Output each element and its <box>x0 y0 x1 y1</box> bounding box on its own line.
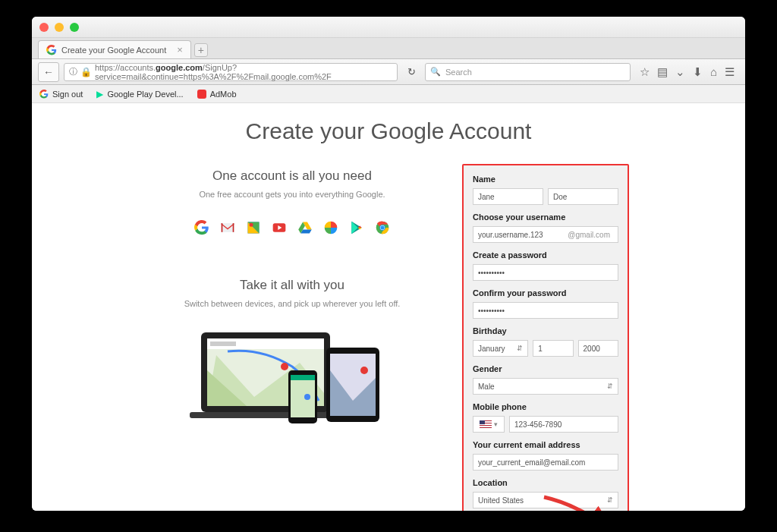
country-code-select[interactable]: ▾ <box>473 416 505 433</box>
svg-point-34 <box>304 394 310 400</box>
svg-point-8 <box>250 223 253 227</box>
gender-label: Gender <box>473 364 618 373</box>
reload-button[interactable]: ↻ <box>402 66 420 77</box>
page-content: Create your Google Account One account i… <box>32 103 745 511</box>
svg-rect-1 <box>222 223 234 232</box>
email-label: Your current email address <box>473 440 618 449</box>
chevron-down-icon: ▾ <box>494 420 498 428</box>
bookmark-admob[interactable]: AdMob <box>197 90 237 99</box>
lock-icon: 🔒 <box>80 67 92 77</box>
svg-rect-25 <box>210 342 236 346</box>
confirm-password-label: Confirm your password <box>473 288 618 297</box>
maximize-window-icon[interactable] <box>70 23 79 32</box>
svg-rect-27 <box>190 412 341 418</box>
devices-image <box>148 325 436 431</box>
first-name-input[interactable] <box>473 188 543 205</box>
minimize-window-icon[interactable] <box>55 23 64 32</box>
new-tab-button[interactable]: + <box>194 43 208 57</box>
password-input[interactable] <box>473 264 618 281</box>
home-icon[interactable]: ⌂ <box>710 65 717 79</box>
pocket-icon[interactable]: ⌄ <box>675 65 685 79</box>
download-icon[interactable]: ⬇ <box>693 65 703 79</box>
bookmarks-bar: Sign out ▶ Google Play Devel... AdMob <box>32 85 745 103</box>
close-window-icon[interactable] <box>39 23 49 32</box>
location-select[interactable]: United States⇵ <box>473 492 618 508</box>
search-placeholder: Search <box>445 68 472 77</box>
left-column: One account is all you need One free acc… <box>148 164 436 511</box>
svg-rect-32 <box>291 375 315 417</box>
confirm-password-input[interactable] <box>473 302 618 319</box>
location-label: Location <box>473 478 618 487</box>
browser-toolbar: ← ⓘ 🔒 https://accounts.google.com/SignUp… <box>32 59 745 85</box>
browser-tab[interactable]: Create your Google Account × <box>38 40 191 58</box>
star-icon[interactable]: ☆ <box>640 65 650 79</box>
close-tab-icon[interactable]: × <box>177 44 183 55</box>
chevron-updown-icon: ⇵ <box>517 345 523 352</box>
google-favicon-icon <box>46 45 57 55</box>
chevron-updown-icon: ⇵ <box>607 382 613 390</box>
address-bar[interactable]: ⓘ 🔒 https://accounts.google.com/SignUp?s… <box>64 63 398 81</box>
search-box[interactable]: 🔍 Search <box>425 63 631 81</box>
drive-icon <box>297 220 313 235</box>
chrome-icon <box>375 220 390 235</box>
phone-label: Mobile phone <box>473 402 618 411</box>
window-titlebar <box>32 17 745 38</box>
bookmark-playdev[interactable]: ▶ Google Play Devel... <box>96 89 183 99</box>
product-icons <box>148 220 436 235</box>
svg-marker-15 <box>351 222 357 235</box>
play-icon: ▶ <box>96 89 103 99</box>
birthday-year-input[interactable]: 2000 <box>578 340 618 357</box>
gmail-icon <box>220 220 235 235</box>
svg-rect-3 <box>222 223 223 232</box>
youtube-icon <box>272 220 287 235</box>
chevron-updown-icon: ⇵ <box>607 496 613 504</box>
info-icon: ⓘ <box>69 66 77 77</box>
us-flag-icon <box>480 420 492 428</box>
svg-rect-4 <box>233 223 234 232</box>
username-label: Choose your username <box>473 212 618 222</box>
svg-point-26 <box>281 363 288 370</box>
birthday-month-select[interactable]: January⇵ <box>473 340 528 357</box>
sub-oneaccount: One free account gets you into everythin… <box>148 190 436 199</box>
tab-bar: Create your Google Account × + <box>32 38 745 59</box>
svg-point-30 <box>360 367 368 374</box>
google-icon <box>194 220 209 235</box>
maps-icon <box>246 220 261 235</box>
name-label: Name <box>473 175 618 184</box>
tab-title: Create your Google Account <box>61 46 166 55</box>
svg-rect-33 <box>291 375 315 380</box>
heading-takeit: Take it all with you <box>148 278 436 293</box>
back-button[interactable]: ← <box>38 62 59 82</box>
gender-select[interactable]: Male⇵ <box>473 378 618 395</box>
clipboard-icon[interactable]: ▤ <box>657 65 668 79</box>
birthday-day-input[interactable]: 1 <box>533 340 573 357</box>
svg-point-21 <box>381 226 385 230</box>
search-icon: 🔍 <box>430 67 441 77</box>
phone-input[interactable] <box>509 416 618 433</box>
bookmark-signout[interactable]: Sign out <box>39 90 83 99</box>
photos-icon <box>323 220 338 235</box>
heading-oneaccount: One account is all you need <box>148 168 436 184</box>
url-text: https://accounts.google.com/SignUp?servi… <box>95 63 392 81</box>
google-favicon-icon <box>39 90 49 99</box>
menu-icon[interactable]: ☰ <box>725 65 735 79</box>
play-icon <box>349 220 364 235</box>
username-input[interactable]: your.username.123 @gmail.com <box>473 226 618 243</box>
username-suffix: @gmail.com <box>568 231 613 239</box>
page-title: Create your Google Account <box>32 118 745 144</box>
admob-icon <box>197 90 206 99</box>
sub-takeit: Switch between devices, and pick up wher… <box>148 299 436 308</box>
signup-form: Name Choose your username your.username.… <box>462 164 629 511</box>
current-email-input[interactable] <box>473 454 618 471</box>
last-name-input[interactable] <box>548 188 618 205</box>
password-label: Create a password <box>473 250 618 260</box>
birthday-label: Birthday <box>473 326 618 335</box>
